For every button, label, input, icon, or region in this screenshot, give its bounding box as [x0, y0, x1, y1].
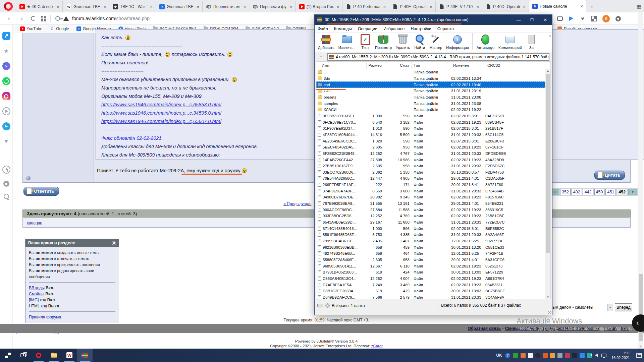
tab-close-icon[interactable]: ×: [149, 4, 154, 9]
file-row[interactable]: 558803F2A5466E...2 605958Файл29.01.2021 …: [316, 257, 545, 263]
file-row[interactable]: presetsПапка файлів31.01.2021 23:08: [316, 94, 545, 101]
bookmark-item[interactable]: GGoogle: [50, 26, 69, 31]
profile-avatar[interactable]: A: [602, 15, 610, 22]
rights-header[interactable]: Ваши права в разделе ✱: [25, 239, 119, 247]
page-number[interactable]: 452: [617, 189, 627, 195]
page-dropdown-icon[interactable]: ▼: [628, 189, 637, 195]
file-row[interactable]: C563AB40B13C4...12 2524 004Файл02.02.202…: [316, 276, 545, 282]
file-row[interactable]: 33ECC702B60D6...2 3621 358Файл18.10.2020…: [316, 169, 545, 176]
resize-grip[interactable]: [548, 311, 551, 314]
tray-update-orange-icon[interactable]: [521, 353, 526, 358]
inline-link[interactable]: [IMG]: [29, 298, 39, 302]
inline-link[interactable]: https://www.sas1946.com/main/index.p...c…: [101, 119, 221, 124]
start-button[interactable]: [0, 349, 15, 362]
tab-5[interactable]: Перевести аме×: [203, 1, 249, 12]
file-row[interactable]: 70E544A62658C...12 4474 905Файл29.01.202…: [316, 175, 545, 182]
language-indicator[interactable]: UK: [496, 353, 502, 358]
file-row[interactable]: D649B9DAFCC9...7 5662 579Файл31.01.2021 …: [316, 294, 545, 299]
archive-path-combo[interactable]: 4.rar\00_Me-155B-2+Me-209-II+Me-309C+Me-…: [327, 53, 549, 61]
file-row[interactable]: 4E20549E6CCDC...1 020598Файл02.07.2015 3…: [316, 138, 545, 144]
tray-shield-green-icon[interactable]: [513, 353, 518, 358]
taskbar-opera[interactable]: [31, 349, 46, 362]
tab-close-icon[interactable]: ×: [56, 4, 60, 9]
footer-link[interactable]: Обратная связь: [468, 326, 501, 331]
winrar-scroll-thumb[interactable]: [546, 74, 550, 253]
speed-dial-home-icon[interactable]: [2, 32, 10, 40]
tray-steam-dark-icon[interactable]: [572, 353, 577, 358]
tab-close-icon[interactable]: ×: [289, 4, 293, 9]
tab-1[interactable]: ★ 4K Cab ride S×: [16, 1, 63, 12]
personal-news-heart-icon[interactable]: ♥: [2, 137, 10, 145]
maximize-button[interactable]: ❐: [525, 15, 539, 25]
instagram-icon[interactable]: [2, 92, 10, 100]
up-folder-button[interactable]: ↑: [317, 54, 325, 60]
taskbar-clock[interactable]: 1:11 16.02.2021: [609, 351, 632, 360]
menu-Справка[interactable]: Справка: [434, 26, 457, 31]
menu-Команды[interactable]: Команды: [331, 26, 355, 31]
page-number[interactable]: 352: [560, 189, 571, 195]
tab-overview-icon[interactable]: ▦: [637, 3, 641, 9]
file-row[interactable]: 5F2B62C21E3849...12 2524 767Файл31.01.20…: [316, 150, 545, 157]
site-key-icon[interactable]: [55, 16, 60, 21]
inline-link[interactable]: Смайлы: [29, 292, 44, 296]
column-crc32[interactable]: CRC32: [485, 62, 550, 69]
whatsapp-icon[interactable]: [2, 77, 10, 85]
file-row[interactable]: codПапка файлів02.02.2021 19:40: [316, 81, 545, 88]
minimize-button[interactable]: —: [512, 15, 525, 25]
page-number[interactable]: 402: [572, 189, 582, 195]
file-row[interactable]: 14EAB726CFA42...27 80810 986Файл02.02.20…: [316, 157, 545, 163]
toolbar-extract-button[interactable]: Извлечь...: [336, 33, 358, 50]
file-row[interactable]: 6543A4B0E629D...29 16711 680Файл31.01.20…: [316, 219, 545, 226]
quote-button[interactable]: Цитата: [594, 171, 625, 180]
tab-6[interactable]: Перевести фут×: [249, 1, 296, 12]
forward-button[interactable]: ›: [18, 15, 25, 22]
taskbar-explorer[interactable]: [46, 349, 62, 362]
tab-close-icon[interactable]: ×: [475, 4, 480, 9]
bookmark-item[interactable]: YouTube: [20, 26, 42, 31]
forum-jump-select[interactable]: ервым делом - самолеты▼: [544, 304, 613, 311]
tray-circle-dark-icon[interactable]: [535, 353, 540, 358]
settings-gear-icon[interactable]: [615, 16, 621, 21]
tab-search-icon[interactable]: ⌕: [591, 3, 593, 9]
tray-app-white-red-icon[interactable]: [528, 353, 533, 358]
tray-paint-blue-icon[interactable]: [580, 353, 585, 358]
bookmarks-star-icon[interactable]: ★: [2, 47, 10, 55]
toolbar-info-button[interactable]: Информация: [444, 33, 471, 50]
url-field[interactable]: forum.aviaskins.com/showthread.php: [72, 16, 150, 21]
toolbar-view-button[interactable]: Просмотр: [373, 33, 394, 50]
help-tray-icon[interactable]: ?: [505, 353, 510, 358]
collapse-icon[interactable]: ✱: [112, 241, 116, 245]
tab-9[interactable]: P-40E_Operatio×: [389, 1, 436, 12]
snapshot-bulb-icon[interactable]: [4, 194, 9, 199]
toolbar-add-button[interactable]: Добавить: [316, 33, 336, 50]
menu-Файл[interactable]: Файл: [315, 26, 331, 31]
column-modified[interactable]: Изменён: [451, 62, 485, 69]
page-number[interactable]: 442: [583, 189, 593, 195]
notification-center-icon[interactable]: [636, 353, 642, 358]
tab-close-icon[interactable]: ×: [242, 4, 247, 9]
inline-link[interactable]: https://www.sas1946.com/main/index.p...c…: [101, 110, 221, 116]
previous-page-link[interactable]: « Предыдущая: [283, 201, 311, 206]
tray-java-orange-icon[interactable]: [550, 353, 555, 358]
tab-10[interactable]: P-40E_V-1710-3×: [436, 1, 482, 12]
inline-link[interactable]: https://www.sas1946.com/main/index.p...c…: [101, 102, 221, 107]
file-row[interactable]: 01F907EE91D37...1 010590Файл02.07.2015 3…: [316, 125, 545, 132]
reply-button[interactable]: Ответить: [23, 187, 59, 196]
tab-close-icon[interactable]: ×: [382, 4, 387, 9]
menu-Избранное[interactable]: Избранное: [380, 26, 408, 31]
file-row[interactable]: 79955BCAB611F...2 4351 407Файл12.01.2021…: [316, 238, 545, 244]
file-row[interactable]: ..Папка файлів: [316, 69, 545, 75]
tray-browser-orange-icon[interactable]: [543, 353, 548, 358]
file-row[interactable]: 0FCE379E71C70...6 5403 182Файл02.02.2021…: [316, 119, 545, 125]
taskbar-warthunder[interactable]: W: [62, 349, 77, 362]
network-icon[interactable]: [601, 354, 606, 357]
menu-Настройки[interactable]: Настройки: [408, 26, 434, 31]
extensions-icon[interactable]: [592, 16, 596, 21]
page-number[interactable]: 450: [594, 189, 605, 195]
back-button[interactable]: ‹: [5, 15, 13, 22]
tab-close-icon[interactable]: ×: [429, 4, 433, 9]
telegram-icon[interactable]: [2, 122, 10, 130]
file-row[interactable]: 4E83EC169B4044...14 3165 599Файл31.01.20…: [316, 132, 545, 138]
user-link[interactable]: cagagan: [27, 221, 42, 225]
close-button[interactable]: ✕: [539, 15, 552, 25]
